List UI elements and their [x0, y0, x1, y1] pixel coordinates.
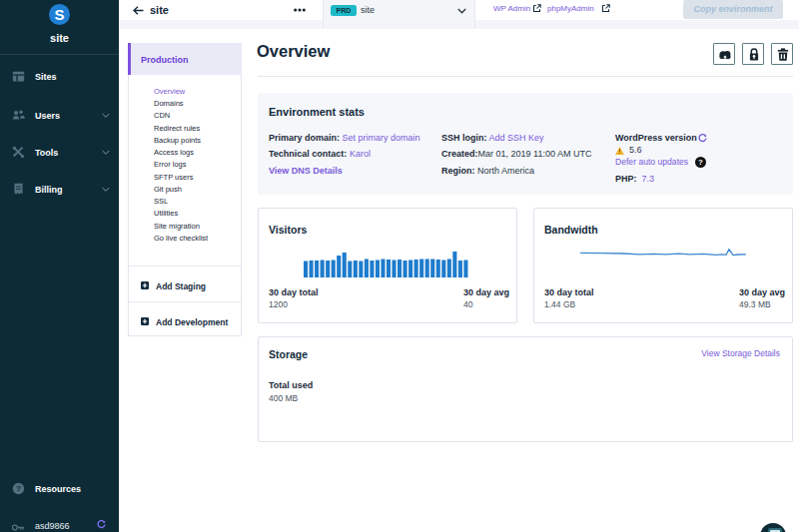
svg-text:?: ? [698, 158, 703, 167]
svg-text:?: ? [16, 484, 21, 493]
